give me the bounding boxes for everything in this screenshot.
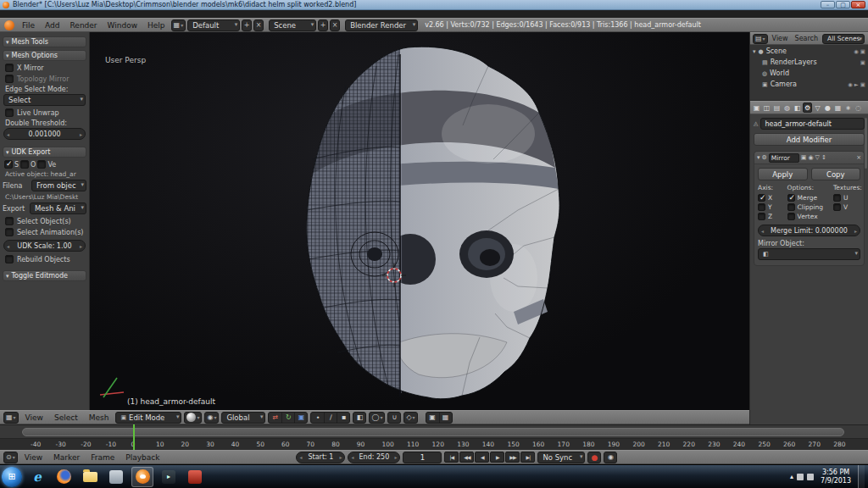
axis-z-row[interactable]: Z xyxy=(758,213,784,220)
pivot-point-button[interactable]: ◉▾ xyxy=(204,412,219,424)
menu-select[interactable]: Select xyxy=(50,413,82,422)
live-unwrap-checkbox[interactable] xyxy=(5,108,14,117)
timeline-editor-type-button[interactable]: ⊙▾ xyxy=(3,452,18,463)
outliner-scope-select[interactable]: All Scenes ▾ xyxy=(822,34,865,44)
timeline-ruler[interactable]: -40-30-20-100102030405060708090100110120… xyxy=(0,438,868,450)
tab-object-data[interactable]: ▽ xyxy=(813,103,822,113)
collapse-triangle-icon[interactable]: ▾ xyxy=(757,154,760,161)
menu-mesh[interactable]: Mesh xyxy=(85,413,114,422)
outliner-menu-search[interactable]: Search xyxy=(793,35,821,42)
rebuild-objects-checkbox[interactable] xyxy=(5,255,14,263)
taskbar-red-app[interactable] xyxy=(184,467,206,487)
current-frame-line[interactable] xyxy=(133,424,135,450)
taskbar-file-explorer[interactable] xyxy=(79,467,101,487)
delete-scene-button[interactable]: × xyxy=(330,19,340,31)
mode-select[interactable]: ▣ Edit Mode ▾ xyxy=(115,412,181,424)
tab-physics[interactable]: ◌ xyxy=(854,103,863,113)
taskbar-firefox[interactable] xyxy=(53,467,75,487)
add-scene-button[interactable]: + xyxy=(318,19,328,31)
render-opengl-button[interactable]: ▣ xyxy=(426,413,439,423)
edge-select-mode-select[interactable]: Select ▾ xyxy=(3,94,86,106)
proportional-edit-button[interactable]: ◯▾ xyxy=(369,412,385,424)
outliner-item-label[interactable]: Camera xyxy=(771,80,797,88)
panel-toggle-editmode-header[interactable]: ▾ Toggle Editmode xyxy=(3,270,86,281)
udk-scale-field[interactable]: UDK Scale: 1.00 xyxy=(3,240,86,252)
select-objects-row[interactable]: Select Object(s) xyxy=(5,217,84,225)
menu-help[interactable]: Help xyxy=(143,21,170,30)
menu-render[interactable]: Render xyxy=(66,21,102,30)
menu-window[interactable]: Window xyxy=(103,21,142,30)
tray-network-icon[interactable] xyxy=(797,474,804,480)
jump-to-start-button[interactable]: |◀ xyxy=(444,452,459,463)
play-button[interactable]: ▶ xyxy=(490,452,504,463)
frame-end-field[interactable]: End: 250 xyxy=(348,452,400,463)
outliner-item-label[interactable]: Scene xyxy=(766,47,787,55)
taskbar-blender[interactable] xyxy=(131,467,153,487)
panel-mesh-tools-header[interactable]: ▾ Mesh Tools xyxy=(3,36,86,47)
tab-material[interactable]: ● xyxy=(823,103,832,113)
taskbar-gray-app[interactable] xyxy=(105,467,127,487)
copy-button[interactable]: Copy xyxy=(811,168,861,180)
axis-z-checkbox[interactable] xyxy=(758,213,765,220)
jump-to-end-button[interactable]: ▶| xyxy=(520,452,535,463)
taskbar-clock[interactable]: 3:56 PM 7/9/2013 xyxy=(817,469,854,485)
axis-y-checkbox[interactable] xyxy=(758,203,765,211)
x-mirror-row[interactable]: X Mirror xyxy=(5,64,84,72)
editmode-visibility-icon[interactable]: ▽ xyxy=(815,154,820,161)
live-unwrap-row[interactable]: Live Unwrap xyxy=(5,108,84,117)
panel-udk-export-header[interactable]: ▾ UDK Export xyxy=(3,147,86,158)
current-frame-field[interactable]: 1 xyxy=(403,452,442,463)
frame-start-field[interactable]: Start: 1 xyxy=(296,452,345,463)
rotate-manipulator-button[interactable]: ↻ xyxy=(281,413,294,423)
outliner-menu-view[interactable]: View xyxy=(770,35,791,42)
screen-layout-select[interactable]: Default▾ xyxy=(187,19,240,31)
camera-icon[interactable]: ▣ xyxy=(860,48,865,55)
select-animations-checkbox[interactable] xyxy=(5,228,14,236)
cursor-arrow-icon[interactable]: ► xyxy=(854,81,859,88)
apply-button[interactable]: Apply xyxy=(758,168,808,180)
axis-x-row[interactable]: X xyxy=(758,194,784,202)
editor-type-button[interactable]: ▦▾ xyxy=(3,412,19,424)
add-modifier-button[interactable]: Add Modifier xyxy=(754,133,865,146)
start-button[interactable]: ⊞ xyxy=(2,467,22,487)
tab-render[interactable]: ▣ xyxy=(752,103,761,113)
udk-toggle-s-checkbox[interactable] xyxy=(4,160,13,169)
scale-manipulator-button[interactable]: ▣ xyxy=(294,413,307,423)
outliner-item-label[interactable]: RenderLayers xyxy=(771,58,817,66)
maximize-button[interactable]: ▢ xyxy=(836,1,850,8)
taskbar-internet-explorer[interactable]: e xyxy=(26,467,48,487)
select-objects-checkbox[interactable] xyxy=(5,217,14,225)
tab-render-layers[interactable]: ▤ xyxy=(772,103,782,113)
tab-texture[interactable]: ▦ xyxy=(833,103,843,113)
clipping-checkbox[interactable] xyxy=(787,203,795,211)
merge-row[interactable]: Merge xyxy=(787,194,830,202)
next-keyframe-button[interactable]: ▶▶ xyxy=(505,452,520,463)
export-select[interactable]: Mesh & Ani ▾ xyxy=(30,202,86,214)
modifier-header[interactable]: ▾ ⚙ Mirror ▣ ◉ ▽ ↕ × xyxy=(754,152,864,164)
double-threshold-field[interactable]: 0.001000 xyxy=(3,128,86,140)
add-layout-button[interactable]: + xyxy=(242,19,252,31)
modifier-name-field[interactable]: Mirror xyxy=(769,153,799,163)
move-modifier-icon[interactable]: ↕ xyxy=(821,154,826,161)
topology-mirror-row[interactable]: Topology Mirror xyxy=(5,75,84,83)
face-select-button[interactable]: ▪ xyxy=(337,413,349,423)
datablock-name-field[interactable]: head_armor-default xyxy=(760,118,865,130)
udk-toggle-o-checkbox[interactable] xyxy=(20,160,29,169)
tab-world[interactable]: ◍ xyxy=(782,103,792,113)
topology-mirror-checkbox[interactable] xyxy=(5,75,14,83)
camera-icon[interactable]: ▣ xyxy=(860,81,865,88)
texture-v-checkbox[interactable] xyxy=(833,203,841,211)
outliner-row-scene[interactable]: ▾ ● Scene ◉▣ xyxy=(750,46,868,57)
texture-v-row[interactable]: V xyxy=(833,203,860,211)
texture-u-row[interactable]: U xyxy=(833,194,860,202)
menu-view[interactable]: View xyxy=(21,413,47,422)
render-visibility-icon[interactable]: ▣ xyxy=(801,154,807,161)
expand-triangle-icon[interactable]: ▾ xyxy=(753,48,756,55)
udk-toggle-ve-checkbox[interactable] xyxy=(37,160,46,169)
screen-layout-icon[interactable]: ▦▾ xyxy=(171,19,186,31)
sync-mode-select[interactable]: No Sync ▾ xyxy=(537,452,585,463)
timeline-menu-view[interactable]: View xyxy=(20,453,47,462)
vertex-select-button[interactable]: ∙ xyxy=(311,413,324,423)
window-titlebar[interactable]: Blender* [C:\Users\Luz Mia\Desktop\Crimm… xyxy=(0,0,868,10)
properties-scrollbar[interactable] xyxy=(865,118,867,169)
